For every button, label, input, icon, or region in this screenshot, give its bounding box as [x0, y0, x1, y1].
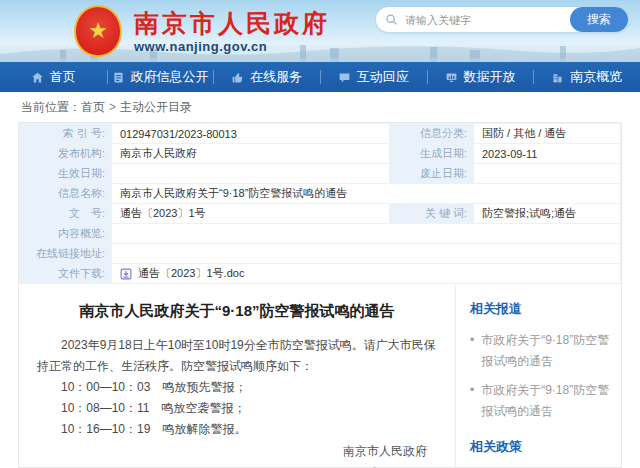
related-report-link[interactable]: • 市政府关于“9·18”防空警报试鸣的通告	[470, 380, 611, 422]
table-row: 文件下载: 通告〔2023〕1号.doc	[20, 264, 621, 284]
doc-number-label: 文 号:	[20, 204, 112, 224]
emblem-star-icon: ★	[88, 20, 108, 42]
site-title: 南京市人民政府	[134, 9, 330, 37]
file-download-label: 文件下载:	[20, 264, 112, 284]
keywords-label: 关 键 词:	[390, 204, 474, 224]
table-row: 在线链接地址:	[20, 244, 621, 264]
national-emblem-logo: ★	[74, 5, 122, 57]
bullet-icon: •	[470, 380, 474, 422]
signature-date: 2023年9月11日	[343, 462, 427, 468]
breadcrumb-separator: >	[109, 100, 116, 114]
search-button[interactable]: 搜索	[570, 7, 628, 32]
signature-block: 南京市人民政府 2023年9月11日	[343, 440, 427, 468]
notice-article: 南京市人民政府关于“9·18”防空警报试鸣的通告 2023年9月18日上午10时…	[19, 284, 455, 468]
related-report-text: 市政府关于“9·18”防空警报试鸣的通告	[481, 330, 611, 372]
thumb-up-icon	[231, 71, 244, 84]
main-nav: 首页 政府信息公开 在线服务 互动回应 数据开放	[0, 62, 640, 92]
download-file-link[interactable]: 通告〔2023〕1号.doc	[138, 266, 244, 281]
summary-value	[112, 224, 621, 244]
created-date-label: 生成日期:	[390, 144, 474, 164]
online-link-label: 在线链接地址:	[20, 244, 112, 264]
abolish-date-value	[474, 164, 621, 184]
building-icon	[551, 71, 564, 84]
category-label: 信息分类:	[390, 124, 474, 144]
nav-item-open-data[interactable]: 数据开放	[427, 62, 534, 92]
effective-date-value	[112, 164, 390, 184]
table-row: 生效日期: 废止日期:	[20, 164, 621, 184]
schedule-line: 10：00—10：03 鸣放预先警报；	[37, 377, 437, 398]
document-icon	[112, 71, 125, 84]
breadcrumb-home-link[interactable]: 首页	[81, 100, 105, 114]
site-logo-group[interactable]: ★ 南京市人民政府 www.nanjing.gov.cn	[74, 5, 330, 57]
related-policies-heading: 相关政策	[470, 438, 611, 456]
bullet-icon: •	[470, 330, 474, 372]
nav-label: 在线服务	[250, 68, 302, 86]
table-row: 内容概览:	[20, 224, 621, 244]
related-report-text: 市政府关于“9·18”防空警报试鸣的通告	[481, 380, 611, 422]
article-title: 南京市人民政府关于“9·18”防空警报试鸣的通告	[37, 302, 437, 321]
info-name-value: 南京市人民政府关于“9·18”防空警报试鸣的通告	[112, 184, 621, 204]
abolish-date-label: 废止日期:	[390, 164, 474, 184]
table-row: 文 号: 通告〔2023〕1号 关 键 词: 防空警报;试鸣;通告	[20, 204, 621, 224]
nav-item-interaction[interactable]: 互动回应	[320, 62, 427, 92]
related-sidebar: 相关报道 • 市政府关于“9·18”防空警报试鸣的通告 • 市政府关于“9·18…	[455, 284, 621, 468]
monitor-icon	[445, 71, 458, 84]
nav-item-online-services[interactable]: 在线服务	[213, 62, 320, 92]
related-reports-heading: 相关报道	[470, 300, 611, 318]
search-input[interactable]	[403, 13, 570, 27]
schedule-line: 10：16—10：19 鸣放解除警报。	[37, 419, 437, 440]
summary-label: 内容概览:	[20, 224, 112, 244]
nav-label: 数据开放	[464, 68, 516, 86]
nav-item-gov-info[interactable]: 政府信息公开	[107, 62, 214, 92]
breadcrumb: 当前位置：首页>主动公开目录	[0, 92, 640, 122]
table-row: 信息名称: 南京市人民政府关于“9·18”防空警报试鸣的通告	[20, 184, 621, 204]
nav-label: 政府信息公开	[131, 68, 209, 86]
site-url: www.nanjing.gov.cn	[134, 39, 330, 54]
nav-item-home[interactable]: 首页	[0, 62, 107, 92]
issuing-org-label: 发布机构:	[20, 144, 112, 164]
signature-name: 南京市人民政府	[343, 440, 427, 462]
keywords-value: 防空警报;试鸣;通告	[474, 204, 621, 224]
site-header: ★ 南京市人民政府 www.nanjing.gov.cn 搜索	[0, 0, 640, 62]
index-number-value: 012947031/2023-80013	[112, 124, 390, 144]
doc-number-value: 通告〔2023〕1号	[112, 204, 390, 224]
metadata-table: 索 引 号: 012947031/2023-80013 信息分类: 国防 / 其…	[19, 123, 621, 284]
table-row: 索 引 号: 012947031/2023-80013 信息分类: 国防 / 其…	[20, 124, 621, 144]
nav-label: 首页	[50, 68, 76, 86]
search-icon	[385, 13, 398, 26]
related-report-link[interactable]: • 市政府关于“9·18”防空警报试鸣的通告	[470, 330, 611, 372]
issuing-org-value: 南京市人民政府	[112, 144, 390, 164]
table-row: 发布机构: 南京市人民政府 生成日期: 2023-09-11	[20, 144, 621, 164]
category-value: 国防 / 其他 / 通告	[474, 124, 621, 144]
download-icon	[120, 268, 132, 280]
document-panel: 索 引 号: 012947031/2023-80013 信息分类: 国防 / 其…	[18, 122, 622, 468]
online-link-value	[112, 244, 621, 264]
home-icon	[31, 71, 44, 84]
effective-date-label: 生效日期:	[20, 164, 112, 184]
nav-label: 互动回应	[357, 68, 409, 86]
nav-label: 南京概览	[570, 68, 622, 86]
breadcrumb-prefix: 当前位置：	[21, 100, 81, 114]
search-bar: 搜索	[376, 7, 628, 32]
chat-bubble-icon	[338, 71, 351, 84]
created-date-value: 2023-09-11	[474, 144, 621, 164]
schedule-line: 10：08—10：11 鸣放空袭警报；	[37, 398, 437, 419]
info-name-label: 信息名称:	[20, 184, 112, 204]
nav-item-nanjing-overview[interactable]: 南京概览	[533, 62, 640, 92]
breadcrumb-current: 主动公开目录	[120, 100, 192, 114]
index-number-label: 索 引 号:	[20, 124, 112, 144]
article-paragraph: 2023年9月18日上午10时至10时19分全市防空警报试鸣。请广大市民保持正常…	[37, 335, 437, 377]
